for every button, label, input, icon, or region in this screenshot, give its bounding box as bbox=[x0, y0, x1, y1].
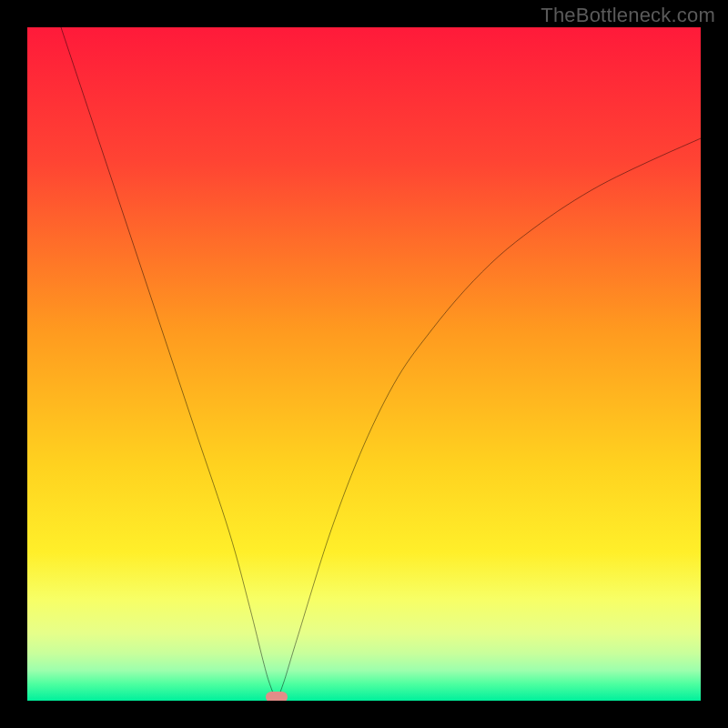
chart-wrapper: TheBottleneck.com bbox=[0, 0, 728, 728]
bottleneck-curve bbox=[27, 27, 701, 701]
optimal-point-marker bbox=[266, 692, 288, 701]
plot-area bbox=[27, 27, 701, 701]
watermark-text: TheBottleneck.com bbox=[541, 4, 715, 27]
